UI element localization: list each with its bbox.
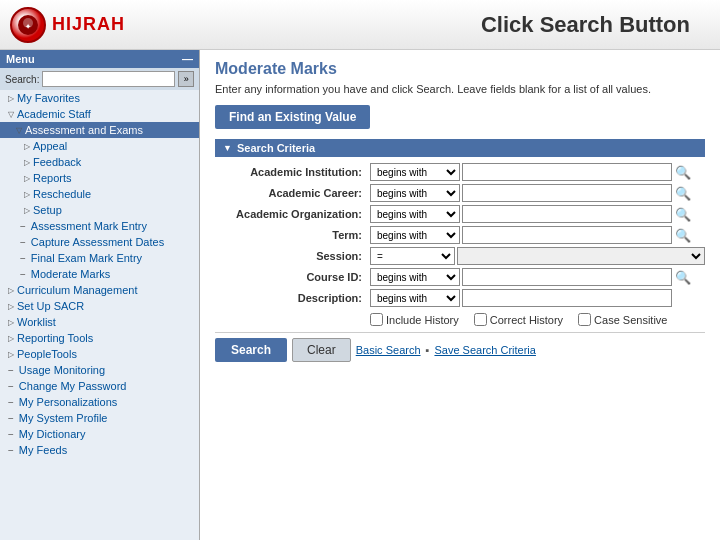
sidebar-item-reports[interactable]: ▷ Reports xyxy=(0,170,199,186)
sidebar-item-my-system-profile[interactable]: − My System Profile xyxy=(0,410,199,426)
sidebar-item-people-tools[interactable]: ▷ PeopleTools xyxy=(0,346,199,362)
sidebar-item-curriculum-management[interactable]: ▷ Curriculum Management xyxy=(0,282,199,298)
search-lookup-course-id[interactable]: 🔍 xyxy=(675,270,691,285)
search-criteria-header: ▼ Search Criteria xyxy=(215,139,705,157)
sidebar-item-appeal[interactable]: ▷ Appeal xyxy=(0,138,199,154)
checkbox-correct-history[interactable] xyxy=(474,313,487,326)
search-lookup-term[interactable]: 🔍 xyxy=(675,228,691,243)
sidebar-search-button[interactable]: » xyxy=(178,71,194,87)
sidebar-item-setup[interactable]: ▷ Setup xyxy=(0,202,199,218)
page-description: Enter any information you have and click… xyxy=(215,83,705,95)
form-row-academic-career: Academic Career: begins with=contains 🔍 xyxy=(215,184,705,202)
dash-icon: − xyxy=(20,269,26,280)
sidebar: Menu — Search: » ▷ My Favorites ▽ Academ… xyxy=(0,50,200,540)
sidebar-item-reschedule[interactable]: ▷ Reschedule xyxy=(0,186,199,202)
operator-academic-institution[interactable]: begins with=contains xyxy=(370,163,460,181)
dash-icon: − xyxy=(8,413,14,424)
sidebar-item-my-dictionary[interactable]: − My Dictionary xyxy=(0,426,199,442)
expand-icon: ▽ xyxy=(8,110,14,119)
collapse-icon: ▷ xyxy=(8,94,14,103)
checkbox-case-sensitive-label: Case Sensitive xyxy=(578,313,667,326)
operator-academic-organization[interactable]: begins with=contains xyxy=(370,205,460,223)
checkbox-include-history[interactable] xyxy=(370,313,383,326)
search-criteria-label: Search Criteria xyxy=(237,142,315,154)
logo-area: ✦ HIJRAH xyxy=(10,7,170,43)
header-title-area: Click Search Button xyxy=(170,12,710,38)
checkbox-correct-history-label: Correct History xyxy=(474,313,563,326)
input-academic-institution[interactable] xyxy=(462,163,672,181)
form-row-description: Description: begins with=contains xyxy=(215,289,705,307)
collapse-icon: ▷ xyxy=(24,142,30,151)
collapse-icon: ▷ xyxy=(8,302,14,311)
sidebar-item-change-my-password[interactable]: − Change My Password xyxy=(0,378,199,394)
sidebar-item-set-up-sacr[interactable]: ▷ Set Up SACR xyxy=(0,298,199,314)
sidebar-item-worklist[interactable]: ▷ Worklist xyxy=(0,314,199,330)
label-course-id: Course ID: xyxy=(215,271,370,283)
input-academic-organization[interactable] xyxy=(462,205,672,223)
search-criteria-arrow-icon: ▼ xyxy=(223,143,232,153)
sidebar-item-capture-assessment-dates[interactable]: − Capture Assessment Dates xyxy=(0,234,199,250)
label-academic-organization: Academic Organization: xyxy=(215,208,370,220)
sidebar-item-my-favorites[interactable]: ▷ My Favorites xyxy=(0,90,199,106)
collapse-icon: ▷ xyxy=(8,334,14,343)
dash-icon: − xyxy=(20,237,26,248)
separator-icon: ▪ xyxy=(426,344,430,356)
operator-academic-career[interactable]: begins with=contains xyxy=(370,184,460,202)
input-course-id[interactable] xyxy=(462,268,672,286)
sidebar-item-my-feeds[interactable]: − My Feeds xyxy=(0,442,199,458)
bottom-buttons: Search Clear Basic Search ▪ Save Search … xyxy=(215,332,705,367)
label-session: Session: xyxy=(215,250,370,262)
collapse-icon: ▷ xyxy=(24,158,30,167)
dash-icon: − xyxy=(8,397,14,408)
sidebar-item-reporting-tools[interactable]: ▷ Reporting Tools xyxy=(0,330,199,346)
search-button[interactable]: Search xyxy=(215,338,287,362)
operator-term[interactable]: begins with=contains xyxy=(370,226,460,244)
input-academic-career[interactable] xyxy=(462,184,672,202)
label-academic-institution: Academic Institution: xyxy=(215,166,370,178)
operator-course-id[interactable]: begins with=contains xyxy=(370,268,460,286)
search-lookup-academic-institution[interactable]: 🔍 xyxy=(675,165,691,180)
collapse-icon: ▷ xyxy=(8,318,14,327)
content-area: Moderate Marks Enter any information you… xyxy=(200,50,720,540)
sidebar-item-moderate-marks[interactable]: − Moderate Marks xyxy=(0,266,199,282)
sidebar-item-feedback[interactable]: ▷ Feedback xyxy=(0,154,199,170)
sidebar-item-academic-staff[interactable]: ▽ Academic Staff xyxy=(0,106,199,122)
expand-icon: ▽ xyxy=(16,126,22,135)
search-lookup-academic-career[interactable]: 🔍 xyxy=(675,186,691,201)
checkbox-case-sensitive[interactable] xyxy=(578,313,591,326)
sidebar-item-my-personalizations[interactable]: − My Personalizations xyxy=(0,394,199,410)
header-title: Click Search Button xyxy=(481,12,690,38)
collapse-icon: ▷ xyxy=(24,190,30,199)
save-search-criteria-button[interactable]: Save Search Criteria xyxy=(434,344,536,356)
search-lookup-academic-organization[interactable]: 🔍 xyxy=(675,207,691,222)
operator-description[interactable]: begins with=contains xyxy=(370,289,460,307)
label-term: Term: xyxy=(215,229,370,241)
form-row-academic-institution: Academic Institution: begins with=contai… xyxy=(215,163,705,181)
input-session[interactable] xyxy=(457,247,705,265)
find-existing-button[interactable]: Find an Existing Value xyxy=(215,105,370,129)
sidebar-item-final-exam-mark-entry[interactable]: − Final Exam Mark Entry xyxy=(0,250,199,266)
dash-icon: − xyxy=(20,221,26,232)
basic-search-button[interactable]: Basic Search xyxy=(356,344,421,356)
operator-session[interactable]: =begins withcontains xyxy=(370,247,455,265)
dash-icon: − xyxy=(8,365,14,376)
input-term[interactable] xyxy=(462,226,672,244)
sidebar-item-assessment-exams[interactable]: ▽ Assessment and Exams xyxy=(0,122,199,138)
search-form: Academic Institution: begins with=contai… xyxy=(215,163,705,307)
collapse-icon: ▷ xyxy=(24,174,30,183)
checkbox-include-history-label: Include History xyxy=(370,313,459,326)
form-row-academic-organization: Academic Organization: begins with=conta… xyxy=(215,205,705,223)
checkboxes-row: Include History Correct History Case Sen… xyxy=(370,313,705,326)
label-description: Description: xyxy=(215,292,370,304)
form-row-term: Term: begins with=contains 🔍 xyxy=(215,226,705,244)
collapse-icon: ▷ xyxy=(8,286,14,295)
input-description[interactable] xyxy=(462,289,672,307)
clear-button[interactable]: Clear xyxy=(292,338,351,362)
sidebar-item-usage-monitoring[interactable]: − Usage Monitoring xyxy=(0,362,199,378)
form-row-course-id: Course ID: begins with=contains 🔍 xyxy=(215,268,705,286)
sidebar-search-input[interactable] xyxy=(42,71,175,87)
header: ✦ HIJRAH Click Search Button xyxy=(0,0,720,50)
sidebar-item-assessment-mark-entry[interactable]: − Assessment Mark Entry xyxy=(0,218,199,234)
label-academic-career: Academic Career: xyxy=(215,187,370,199)
logo-text: HIJRAH xyxy=(52,14,125,35)
